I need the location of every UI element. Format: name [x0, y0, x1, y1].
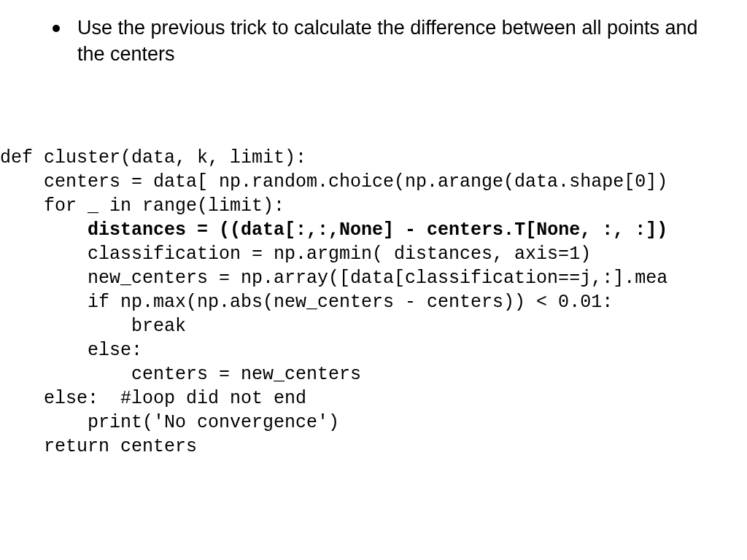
code-line: else: #loop did not end: [0, 388, 306, 409]
code-line: centers = new_centers: [0, 364, 361, 385]
code-line-bold: distances = ((data[:,:,None] - centers.T…: [88, 219, 667, 241]
bullet-dot-icon: [53, 25, 60, 32]
code-line: centers = data[ np.random.choice(np.aran…: [0, 171, 667, 192]
code-line: def cluster(data, k, limit):: [0, 147, 306, 168]
code-line: return centers: [0, 436, 197, 457]
bullet-text: Use the previous trick to calculate the …: [77, 15, 718, 68]
code-line: print('No convergence'): [0, 412, 339, 433]
code-line-indent: [0, 219, 88, 241]
code-line: else:: [0, 340, 142, 361]
code-line: classification = np.argmin( distances, a…: [0, 244, 591, 265]
code-line: new_centers = np.array([data[classificat…: [0, 268, 667, 289]
code-block: def cluster(data, k, limit): centers = d…: [0, 146, 747, 459]
code-line: break: [0, 316, 186, 337]
code-line: if np.max(np.abs(new_centers - centers))…: [0, 292, 613, 313]
bullet-item: Use the previous trick to calculate the …: [53, 15, 718, 68]
code-line: for _ in range(limit):: [0, 195, 285, 217]
